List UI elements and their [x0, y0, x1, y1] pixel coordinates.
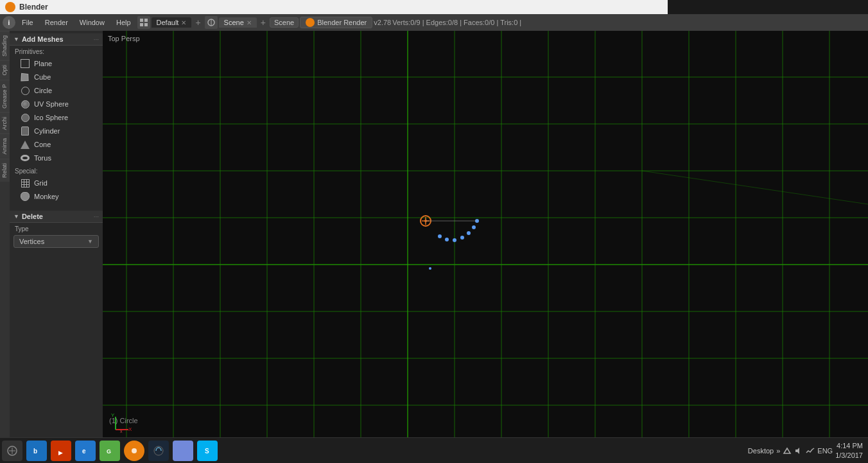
vert-tab-archi[interactable]: Archi	[0, 112, 10, 134]
cone-icon	[20, 139, 30, 150]
taskbar-steam-icon[interactable]	[148, 441, 169, 461]
svg-line-30	[642, 171, 868, 204]
svg-text:b: b	[33, 448, 37, 455]
vert-tab-shading[interactable]: Shading	[0, 31, 10, 60]
svg-point-39	[453, 238, 456, 242]
editor-type-icon-2[interactable]	[205, 16, 218, 29]
mesh-cone-button[interactable]: Cone	[12, 138, 100, 151]
menu-bar: i File Render Window Help Default ✕ + Sc…	[0, 14, 868, 31]
plane-icon	[20, 58, 30, 69]
svg-text:x: x	[120, 429, 123, 433]
mesh-cube-button[interactable]: Cube	[12, 71, 100, 83]
left-panel: ▼ Add Meshes ··· Primitives: Plane Cube …	[10, 31, 103, 444]
collapse-icon: ▼	[13, 36, 19, 42]
editor-type-icon[interactable]	[137, 16, 150, 29]
mesh-torus-button[interactable]: Torus	[12, 152, 100, 164]
taskbar-app-icon-1[interactable]: b	[26, 441, 47, 461]
render-engine-button[interactable]: Blender Render	[300, 17, 372, 28]
info-button[interactable]: i	[3, 16, 15, 29]
taskbar-system-icon[interactable]	[2, 441, 22, 461]
svg-point-36	[472, 225, 476, 229]
svg-rect-2	[140, 23, 143, 26]
desktop-label[interactable]: Desktop	[748, 447, 774, 455]
dropdown-arrow-icon: ▼	[87, 238, 93, 245]
vert-tab-greasep[interactable]: Grease P	[0, 80, 10, 112]
svg-text:G: G	[107, 448, 111, 455]
tab-close-scene-icon[interactable]: ✕	[247, 19, 252, 26]
svg-rect-0	[140, 19, 143, 22]
type-label: Type	[10, 223, 103, 234]
delete-header[interactable]: ▼ Delete ···	[10, 211, 103, 223]
tab-add-button[interactable]: +	[193, 17, 203, 28]
mesh-grid-button[interactable]: Grid	[12, 177, 100, 189]
icosphere-icon	[20, 112, 30, 123]
vert-tab-anima[interactable]: Anima	[0, 134, 10, 159]
svg-rect-87	[178, 446, 188, 456]
circle-icon	[20, 85, 30, 96]
add-meshes-header[interactable]: ▼ Add Meshes ···	[10, 33, 103, 46]
tray-icon-network	[806, 446, 815, 455]
system-tray: Desktop » ENG 4:14 PM 1/3/2017	[748, 441, 868, 460]
vert-tab-opti[interactable]: Opti	[0, 60, 10, 80]
version-text: v2.78	[374, 19, 391, 26]
blender-logo-icon	[5, 2, 15, 12]
svg-rect-3	[144, 23, 148, 26]
menu-render[interactable]: Render	[40, 17, 73, 28]
svg-text:X: X	[128, 426, 132, 432]
svg-point-42	[429, 267, 431, 270]
delete-collapse-icon: ▼	[13, 213, 19, 220]
viewport-label: Top Persp	[108, 35, 140, 42]
scene-selector[interactable]: Scene	[270, 17, 299, 28]
blender-engine-icon	[306, 18, 315, 27]
taskbar-discord-icon[interactable]	[173, 441, 193, 461]
mesh-uvsphere-button[interactable]: UV Sphere	[12, 98, 100, 110]
taskbar-blender-icon[interactable]	[124, 441, 144, 461]
taskbar-skype-icon[interactable]: S	[197, 441, 218, 461]
taskbar-clock: 4:14 PM 1/3/2017	[835, 441, 863, 460]
tab-close-icon[interactable]: ✕	[181, 19, 186, 26]
vert-tab-relati[interactable]: Relati	[0, 159, 10, 182]
mesh-cylinder-button[interactable]: Cylinder	[12, 125, 100, 137]
svg-point-85	[132, 448, 137, 453]
menu-window[interactable]: Window	[74, 17, 110, 28]
monkey-icon	[20, 191, 30, 202]
delete-section-dots: ···	[94, 213, 99, 220]
stats-text: Verts:0/9 | Edges:0/8 | Faces:0/0 | Tris…	[392, 19, 521, 26]
svg-point-41	[438, 234, 442, 238]
svg-rect-1	[144, 19, 148, 22]
mesh-icosphere-button[interactable]: Ico Sphere	[12, 111, 100, 124]
svg-text:▶: ▶	[58, 450, 63, 456]
taskbar-app-icon-4[interactable]: G	[100, 441, 120, 461]
svg-marker-91	[795, 448, 799, 454]
workspace-tab-default[interactable]: Default ✕	[152, 17, 192, 28]
taskbar-app-icon-2[interactable]: ▶	[51, 441, 71, 461]
special-label: Special:	[10, 165, 103, 176]
taskbar: b ▶ e G S Desktop » ENG 4:14 PM 1/3/2017	[0, 437, 868, 463]
title-bar: Blender	[0, 0, 668, 14]
svg-text:S: S	[205, 448, 209, 455]
uvsphere-icon	[20, 99, 30, 109]
taskbar-app-icon-3[interactable]: e	[75, 441, 96, 461]
clock-date: 1/3/2017	[835, 451, 863, 460]
tab-add-scene-button[interactable]: +	[258, 17, 268, 28]
tray-icon-1	[783, 446, 792, 455]
svg-marker-90	[784, 448, 790, 453]
cylinder-icon	[20, 126, 30, 136]
svg-point-40	[445, 238, 449, 241]
mesh-plane-button[interactable]: Plane	[12, 57, 100, 70]
grid-svg	[103, 31, 868, 444]
mesh-monkey-button[interactable]: Monkey	[12, 190, 100, 203]
type-dropdown[interactable]: Vertices ▼	[13, 235, 99, 248]
taskbar-expand-icon[interactable]: »	[776, 447, 780, 455]
section-dots: ···	[94, 36, 99, 43]
tray-icon-speaker	[794, 446, 803, 455]
workspace-tab-scene[interactable]: Scene ✕	[219, 17, 257, 28]
mesh-circle-button[interactable]: Circle	[12, 84, 100, 97]
menu-help[interactable]: Help	[111, 17, 136, 28]
object-info: (1) Circle	[109, 417, 138, 424]
grid-icon	[20, 178, 30, 188]
primitives-label: Primitives:	[10, 46, 103, 57]
viewport[interactable]: Top Persp X Y x (1) Circle	[103, 31, 868, 444]
locale-text: ENG	[817, 447, 833, 455]
menu-file[interactable]: File	[17, 17, 39, 28]
